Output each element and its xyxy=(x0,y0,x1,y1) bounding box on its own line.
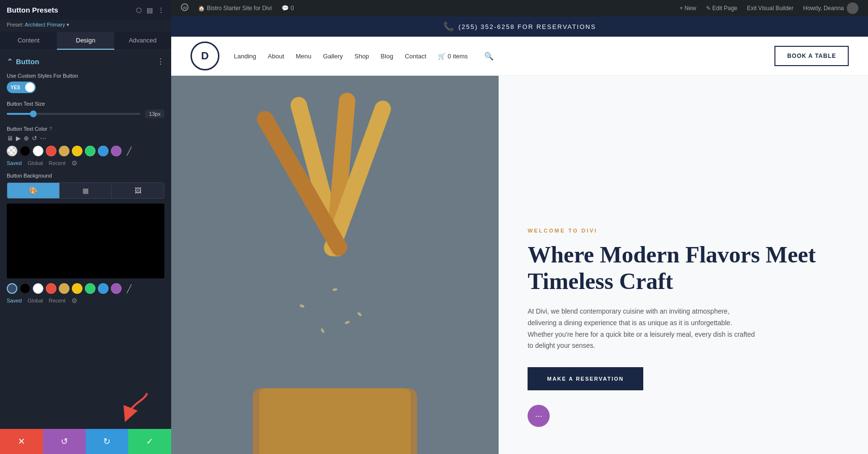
bg-settings-icon[interactable]: ⚙ xyxy=(71,297,78,304)
text-color-label: Button Text Color ? xyxy=(7,126,164,132)
comments-count[interactable]: 💬 0 xyxy=(277,5,299,12)
settings-icon[interactable]: ⚙ xyxy=(71,159,78,167)
help-icon[interactable]: ? xyxy=(49,126,52,132)
slider-fill xyxy=(7,113,33,115)
desktop-icon[interactable]: 🖥 xyxy=(7,135,13,142)
bg-swatch-custom[interactable]: ╱ xyxy=(124,283,135,294)
nav-landing[interactable]: Landing xyxy=(234,53,256,60)
swatch-custom-paint[interactable]: ╱ xyxy=(124,146,135,156)
swatch-red[interactable] xyxy=(46,146,56,156)
search-icon[interactable]: 🔍 xyxy=(484,52,494,61)
preset-name[interactable]: Architect Primary xyxy=(25,22,65,28)
tab-design[interactable]: Design xyxy=(57,32,114,50)
bg-swatch-red[interactable] xyxy=(46,283,56,294)
phone-icon: 📞 xyxy=(443,21,454,32)
preset-row: Preset: Architect Primary ▾ xyxy=(0,20,171,32)
wp-logo-icon[interactable]: W xyxy=(176,3,193,13)
nav-gallery[interactable]: Gallery xyxy=(323,53,343,60)
phone-bar: 📞 (255) 352-6258 FOR RESERVATIONS xyxy=(171,16,868,37)
edit-page-button[interactable]: ✎ Edit Page xyxy=(701,5,742,12)
cancel-icon: ✕ xyxy=(18,436,25,447)
swatch-yellow[interactable] xyxy=(72,146,82,156)
new-button[interactable]: + New xyxy=(675,5,701,12)
nav-bar: D Landing About Menu Gallery Shop Blog C… xyxy=(171,37,868,76)
floating-dot-button[interactable]: ··· xyxy=(528,405,550,427)
user-avatar[interactable] xyxy=(847,2,858,14)
cursor-icon[interactable]: ▶ xyxy=(16,135,21,142)
bg-type-color[interactable]: 🎨 xyxy=(7,183,60,198)
hero-text-section: WELCOME TO DIVI Where Modern Flavors Mee… xyxy=(499,76,868,454)
custom-styles-toggle[interactable]: YES xyxy=(7,82,36,93)
nav-links: Landing About Menu Gallery Shop Blog Con… xyxy=(234,52,760,61)
reset-button[interactable]: ↺ xyxy=(43,429,86,454)
resize-icon[interactable]: ⬡ xyxy=(136,6,142,14)
section-title: ⌃ Button xyxy=(7,57,39,66)
swatch-white[interactable] xyxy=(33,146,43,156)
bg-global-tab[interactable]: Global xyxy=(27,298,43,303)
section-header: ⌃ Button ⋮ xyxy=(7,57,164,66)
slider-value[interactable]: 13px xyxy=(145,110,164,118)
redo-button[interactable]: ↻ xyxy=(86,429,129,454)
exit-visual-builder-button[interactable]: Exit Visual Builder xyxy=(742,5,799,12)
bg-swatch-blue[interactable] xyxy=(98,283,108,294)
cancel-button[interactable]: ✕ xyxy=(0,429,43,454)
more-color-icon[interactable]: ⋯ xyxy=(40,135,46,142)
nav-shop[interactable]: Shop xyxy=(354,53,369,60)
swatch-purple[interactable] xyxy=(111,146,122,156)
bg-swatch-purple[interactable] xyxy=(111,283,122,294)
tab-content[interactable]: Content xyxy=(0,32,57,50)
swatch-green[interactable] xyxy=(85,146,95,156)
bottom-swatches-section: ╱ Saved Global Recent ⚙ xyxy=(7,283,164,304)
tab-advanced[interactable]: Advanced xyxy=(114,32,171,50)
recent-tab[interactable]: Recent xyxy=(49,160,66,166)
global-tab[interactable]: Global xyxy=(27,160,43,166)
save-button[interactable]: ✓ xyxy=(128,429,171,454)
bg-type-buttons: 🎨 ▦ 🖼 xyxy=(7,182,164,199)
more-icon[interactable]: ⋮ xyxy=(158,6,164,14)
hero-body: At Divi, we blend contemporary cuisine w… xyxy=(528,306,759,352)
section-more-icon[interactable]: ⋮ xyxy=(157,57,164,66)
swatch-blue[interactable] xyxy=(98,146,108,156)
toggle-yes-label: YES xyxy=(8,85,20,90)
bg-label: Button Background xyxy=(7,173,164,179)
bg-swatch-gold[interactable] xyxy=(59,283,69,294)
saved-tab[interactable]: Saved xyxy=(7,160,22,166)
hero-heading: Where Modern Flavors Meet Timeless Craft xyxy=(528,241,839,294)
nav-menu[interactable]: Menu xyxy=(296,53,312,60)
nav-cart[interactable]: 🛒 0 items xyxy=(438,53,468,60)
nav-blog[interactable]: Blog xyxy=(380,53,393,60)
text-size-track[interactable] xyxy=(7,113,140,115)
wp-admin-bar: W 🏠 Bistro Starter Site for Divi 💬 0 + N… xyxy=(171,0,868,16)
bg-swatch-selected[interactable] xyxy=(7,283,17,294)
reservation-button[interactable]: MAKE A RESERVATION xyxy=(528,367,643,390)
nav-about[interactable]: About xyxy=(268,53,284,60)
book-table-button[interactable]: BOOK A TABLE xyxy=(774,46,849,66)
bg-recent-tab[interactable]: Recent xyxy=(49,298,66,303)
color-preview-box[interactable] xyxy=(7,204,164,278)
bg-type-image[interactable]: 🖼 xyxy=(112,183,164,198)
columns-icon[interactable]: ▤ xyxy=(147,6,153,14)
text-size-label: Button Text Size xyxy=(7,101,164,107)
food-photo xyxy=(171,76,499,454)
site-name[interactable]: 🏠 Bistro Starter Site for Divi xyxy=(193,5,277,12)
site-logo[interactable]: D xyxy=(190,41,219,70)
nav-contact[interactable]: Contact xyxy=(405,53,426,60)
bg-saved-tab[interactable]: Saved xyxy=(7,298,22,303)
bg-swatch-yellow[interactable] xyxy=(72,283,82,294)
slider-thumb[interactable] xyxy=(30,110,37,117)
swatch-transparent[interactable] xyxy=(7,146,17,156)
swatch-gold[interactable] xyxy=(59,146,69,156)
text-color-swatches: ╱ xyxy=(7,146,164,156)
bg-swatch-black[interactable] xyxy=(20,283,30,294)
bg-swatch-green[interactable] xyxy=(85,283,95,294)
swatch-black[interactable] xyxy=(20,146,30,156)
preset-label: Preset: xyxy=(7,22,24,28)
hero-section: WELCOME TO DIVI Where Modern Flavors Mee… xyxy=(171,76,868,454)
undo-color-icon[interactable]: ↺ xyxy=(32,135,37,142)
chevron-icon[interactable]: ⌃ xyxy=(7,57,13,66)
color-tools-row: 🖥 ▶ ⊕ ↺ ⋯ xyxy=(7,135,164,142)
bg-type-gradient[interactable]: ▦ xyxy=(60,183,112,198)
topbar-icons: ⬡ ▤ ⋮ xyxy=(136,6,164,14)
hover-icon[interactable]: ⊕ xyxy=(24,135,29,142)
bg-swatch-white[interactable] xyxy=(33,283,43,294)
